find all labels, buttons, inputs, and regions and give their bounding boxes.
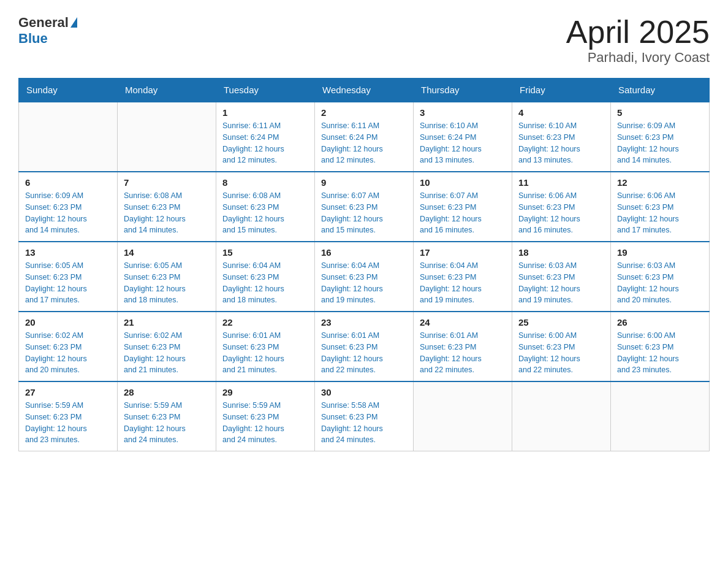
calendar-cell: 1Sunrise: 6:11 AM Sunset: 6:24 PM Daylig… [216,102,315,172]
day-number: 8 [222,177,308,188]
day-number: 10 [420,177,506,188]
day-number: 29 [222,387,308,397]
day-number: 22 [222,317,308,327]
weekday-header-sunday: Sunday [19,79,118,102]
calendar-cell: 5Sunrise: 6:09 AM Sunset: 6:23 PM Daylig… [611,102,710,172]
day-info: Sunrise: 6:10 AM Sunset: 6:24 PM Dayligh… [420,120,506,166]
day-info: Sunrise: 6:05 AM Sunset: 6:23 PM Dayligh… [124,260,210,306]
calendar-cell [512,381,611,451]
logo: General Blue [18,15,77,47]
day-info: Sunrise: 6:05 AM Sunset: 6:23 PM Dayligh… [25,260,111,306]
weekday-header-monday: Monday [118,79,216,102]
day-info: Sunrise: 6:02 AM Sunset: 6:23 PM Dayligh… [124,330,210,376]
calendar-cell: 3Sunrise: 6:10 AM Sunset: 6:24 PM Daylig… [414,102,512,172]
day-info: Sunrise: 6:04 AM Sunset: 6:23 PM Dayligh… [321,260,407,306]
day-info: Sunrise: 6:02 AM Sunset: 6:23 PM Dayligh… [25,330,111,376]
day-number: 14 [124,247,210,258]
day-number: 30 [321,387,407,397]
day-number: 26 [617,317,703,327]
calendar-cell: 8Sunrise: 6:08 AM Sunset: 6:23 PM Daylig… [216,172,315,242]
calendar-cell: 25Sunrise: 6:00 AM Sunset: 6:23 PM Dayli… [512,312,611,381]
calendar-week-4: 20Sunrise: 6:02 AM Sunset: 6:23 PM Dayli… [19,312,710,381]
calendar-cell: 17Sunrise: 6:04 AM Sunset: 6:23 PM Dayli… [414,242,512,312]
day-number: 6 [25,177,111,188]
weekday-header-tuesday: Tuesday [216,79,315,102]
weekday-header-saturday: Saturday [611,79,710,102]
calendar-cell: 12Sunrise: 6:06 AM Sunset: 6:23 PM Dayli… [611,172,710,242]
calendar-cell: 26Sunrise: 6:00 AM Sunset: 6:23 PM Dayli… [611,312,710,381]
logo-triangle-icon [70,17,77,28]
day-number: 19 [617,247,703,258]
calendar-cell: 15Sunrise: 6:04 AM Sunset: 6:23 PM Dayli… [216,242,315,312]
calendar-header: SundayMondayTuesdayWednesdayThursdayFrid… [19,79,710,102]
day-number: 9 [321,177,407,188]
calendar-cell: 20Sunrise: 6:02 AM Sunset: 6:23 PM Dayli… [19,312,118,381]
calendar-cell: 27Sunrise: 5:59 AM Sunset: 6:23 PM Dayli… [19,381,118,451]
weekday-header-wednesday: Wednesday [315,79,414,102]
day-number: 2 [321,107,407,118]
weekday-header-friday: Friday [512,79,611,102]
day-number: 28 [124,387,210,397]
day-number: 24 [420,317,506,327]
calendar-cell: 22Sunrise: 6:01 AM Sunset: 6:23 PM Dayli… [216,312,315,381]
calendar-cell: 9Sunrise: 6:07 AM Sunset: 6:23 PM Daylig… [315,172,414,242]
day-info: Sunrise: 6:01 AM Sunset: 6:23 PM Dayligh… [321,330,407,376]
title-block: April 2025 Parhadi, Ivory Coast [566,15,710,66]
calendar-cell: 14Sunrise: 6:05 AM Sunset: 6:23 PM Dayli… [118,242,216,312]
weekday-header-thursday: Thursday [414,79,512,102]
calendar-cell: 18Sunrise: 6:03 AM Sunset: 6:23 PM Dayli… [512,242,611,312]
calendar-cell: 13Sunrise: 6:05 AM Sunset: 6:23 PM Dayli… [19,242,118,312]
calendar-cell: 4Sunrise: 6:10 AM Sunset: 6:23 PM Daylig… [512,102,611,172]
day-number: 25 [518,317,604,327]
calendar-cell: 30Sunrise: 5:58 AM Sunset: 6:23 PM Dayli… [315,381,414,451]
day-info: Sunrise: 6:06 AM Sunset: 6:23 PM Dayligh… [617,190,703,236]
day-info: Sunrise: 6:07 AM Sunset: 6:23 PM Dayligh… [420,190,506,236]
day-number: 20 [25,317,111,327]
calendar-week-3: 13Sunrise: 6:05 AM Sunset: 6:23 PM Dayli… [19,242,710,312]
calendar-cell: 29Sunrise: 5:59 AM Sunset: 6:23 PM Dayli… [216,381,315,451]
page-subtitle: Parhadi, Ivory Coast [566,50,710,66]
calendar-cell: 10Sunrise: 6:07 AM Sunset: 6:23 PM Dayli… [414,172,512,242]
day-info: Sunrise: 6:03 AM Sunset: 6:23 PM Dayligh… [617,260,703,306]
day-number: 13 [25,247,111,258]
day-info: Sunrise: 6:11 AM Sunset: 6:24 PM Dayligh… [222,120,308,166]
calendar-cell: 28Sunrise: 5:59 AM Sunset: 6:23 PM Dayli… [118,381,216,451]
day-info: Sunrise: 6:00 AM Sunset: 6:23 PM Dayligh… [617,330,703,376]
day-info: Sunrise: 5:59 AM Sunset: 6:23 PM Dayligh… [124,400,210,446]
day-info: Sunrise: 6:09 AM Sunset: 6:23 PM Dayligh… [25,190,111,236]
day-info: Sunrise: 6:08 AM Sunset: 6:23 PM Dayligh… [124,190,210,236]
day-number: 12 [617,177,703,188]
day-info: Sunrise: 6:03 AM Sunset: 6:23 PM Dayligh… [518,260,604,306]
day-number: 11 [518,177,604,188]
calendar-cell: 7Sunrise: 6:08 AM Sunset: 6:23 PM Daylig… [118,172,216,242]
day-info: Sunrise: 5:58 AM Sunset: 6:23 PM Dayligh… [321,400,407,446]
calendar-cell: 19Sunrise: 6:03 AM Sunset: 6:23 PM Dayli… [611,242,710,312]
calendar-cell: 21Sunrise: 6:02 AM Sunset: 6:23 PM Dayli… [118,312,216,381]
day-number: 18 [518,247,604,258]
day-number: 23 [321,317,407,327]
calendar-cell: 24Sunrise: 6:01 AM Sunset: 6:23 PM Dayli… [414,312,512,381]
calendar-week-5: 27Sunrise: 5:59 AM Sunset: 6:23 PM Dayli… [19,381,710,451]
day-info: Sunrise: 6:10 AM Sunset: 6:23 PM Dayligh… [518,120,604,166]
day-number: 1 [222,107,308,118]
calendar-cell [414,381,512,451]
day-info: Sunrise: 6:01 AM Sunset: 6:23 PM Dayligh… [222,330,308,376]
calendar-cell [118,102,216,172]
calendar-body: 1Sunrise: 6:11 AM Sunset: 6:24 PM Daylig… [19,102,710,451]
page-title: April 2025 [566,15,710,50]
calendar-cell [611,381,710,451]
day-number: 21 [124,317,210,327]
day-number: 17 [420,247,506,258]
calendar-week-1: 1Sunrise: 6:11 AM Sunset: 6:24 PM Daylig… [19,102,710,172]
day-number: 16 [321,247,407,258]
calendar-cell: 23Sunrise: 6:01 AM Sunset: 6:23 PM Dayli… [315,312,414,381]
logo-general-text: General [18,15,69,31]
day-info: Sunrise: 6:11 AM Sunset: 6:24 PM Dayligh… [321,120,407,166]
day-number: 5 [617,107,703,118]
calendar-table: SundayMondayTuesdayWednesdayThursdayFrid… [18,78,710,451]
page-header: General Blue April 2025 Parhadi, Ivory C… [18,15,710,66]
day-info: Sunrise: 6:00 AM Sunset: 6:23 PM Dayligh… [518,330,604,376]
day-info: Sunrise: 6:04 AM Sunset: 6:23 PM Dayligh… [420,260,506,306]
day-info: Sunrise: 5:59 AM Sunset: 6:23 PM Dayligh… [25,400,111,446]
day-info: Sunrise: 6:07 AM Sunset: 6:23 PM Dayligh… [321,190,407,236]
